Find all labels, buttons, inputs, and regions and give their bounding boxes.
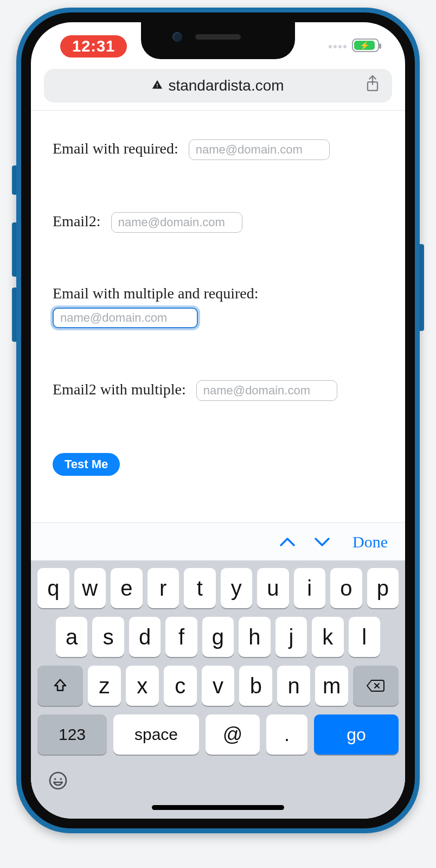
key-g[interactable]: g: [202, 617, 234, 657]
key-x[interactable]: x: [126, 666, 159, 706]
volume-down-button[interactable]: [12, 288, 16, 342]
key-t[interactable]: t: [184, 568, 216, 608]
dot-key[interactable]: .: [266, 714, 307, 755]
key-z[interactable]: z: [88, 666, 121, 706]
emoji-key[interactable]: [46, 769, 70, 793]
field-label: Email with required:: [53, 140, 178, 157]
key-s[interactable]: s: [92, 617, 124, 657]
key-u[interactable]: u: [257, 568, 289, 608]
share-icon[interactable]: [365, 75, 380, 97]
email2-input[interactable]: [111, 212, 242, 233]
keyboard: qwertyuiop asdfghjkl zxcvbnm 123: [31, 560, 405, 819]
key-j[interactable]: j: [275, 617, 307, 657]
keyboard-accessory: Done: [31, 522, 405, 560]
key-v[interactable]: v: [202, 666, 235, 706]
go-key[interactable]: go: [314, 714, 399, 755]
key-i[interactable]: i: [294, 568, 326, 608]
url-domain: standardista.com: [168, 77, 284, 94]
power-button[interactable]: [420, 244, 424, 331]
field-label: Email2 with multiple:: [53, 381, 186, 398]
key-q[interactable]: q: [37, 568, 69, 608]
key-n[interactable]: n: [277, 666, 310, 706]
key-p[interactable]: p: [367, 568, 399, 608]
key-a[interactable]: a: [56, 617, 87, 657]
battery-icon: ⚡: [352, 39, 379, 52]
numbers-key[interactable]: 123: [37, 714, 107, 755]
page-content: Email with required: Email2: Email with …: [31, 120, 405, 819]
svg-point-3: [50, 773, 66, 789]
key-f[interactable]: f: [165, 617, 197, 657]
svg-point-4: [54, 778, 56, 780]
field-email2: Email2:: [53, 212, 383, 233]
key-l[interactable]: l: [349, 617, 380, 657]
field-email2-multiple: Email2 with multiple:: [53, 380, 383, 401]
field-label: Email2:: [53, 213, 101, 229]
email-required-input[interactable]: [189, 139, 330, 160]
divider: [31, 110, 405, 111]
notch: [141, 22, 295, 59]
field-label: Email with multiple and required:: [53, 285, 258, 302]
key-w[interactable]: w: [74, 568, 106, 608]
previous-field-button[interactable]: [275, 530, 299, 554]
key-e[interactable]: e: [111, 568, 143, 608]
key-h[interactable]: h: [239, 617, 270, 657]
key-c[interactable]: c: [164, 666, 197, 706]
phone-frame: 12:31 ⚡ standardista.com: [16, 8, 420, 833]
address-bar[interactable]: standardista.com: [44, 69, 392, 103]
backspace-key[interactable]: [353, 666, 399, 706]
email-multiple-required-input[interactable]: [53, 308, 198, 328]
at-key[interactable]: @: [206, 714, 260, 755]
key-o[interactable]: o: [330, 568, 362, 608]
shift-key[interactable]: [37, 666, 83, 706]
field-email-required: Email with required:: [53, 139, 383, 160]
svg-point-5: [60, 778, 62, 780]
volume-up-button[interactable]: [12, 222, 16, 277]
silence-switch[interactable]: [12, 165, 16, 195]
submit-button[interactable]: Test Me: [53, 453, 120, 476]
space-key[interactable]: space: [113, 714, 199, 755]
key-m[interactable]: m: [315, 666, 348, 706]
done-button[interactable]: Done: [352, 533, 388, 551]
email2-multiple-input[interactable]: [196, 380, 337, 401]
key-d[interactable]: d: [129, 617, 161, 657]
status-time[interactable]: 12:31: [60, 35, 127, 58]
next-field-button[interactable]: [310, 530, 334, 554]
key-r[interactable]: r: [148, 568, 179, 608]
charging-icon: ⚡: [360, 41, 370, 49]
key-y[interactable]: y: [221, 568, 253, 608]
home-indicator[interactable]: [152, 805, 284, 810]
signal-dots-icon: [327, 41, 347, 50]
field-email-multiple-required: Email with multiple and required:: [53, 285, 383, 328]
key-b[interactable]: b: [239, 666, 272, 706]
not-secure-icon: [152, 79, 163, 93]
key-k[interactable]: k: [312, 617, 343, 657]
